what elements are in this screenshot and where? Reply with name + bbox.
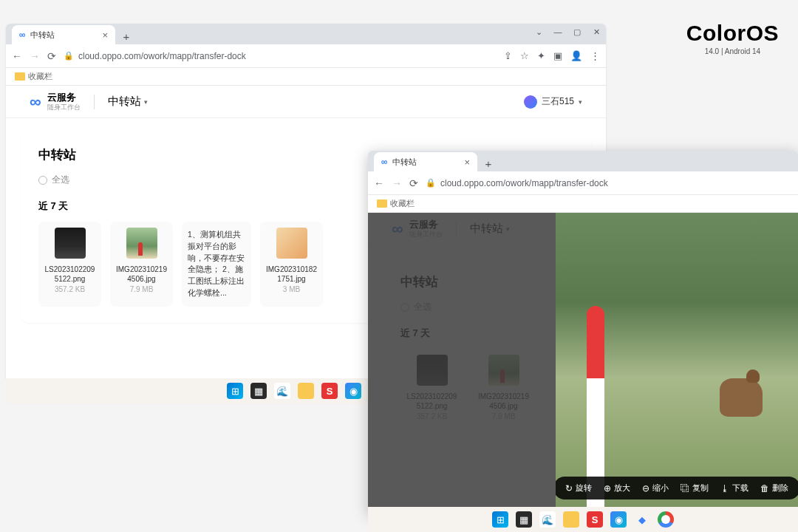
url-text: cloud.oppo.com/owork/mapp/transfer-dock [78, 51, 246, 61]
bookmark-folder[interactable]: 收藏栏 [390, 198, 415, 209]
bookmark-bar: 收藏栏 [368, 195, 798, 213]
taskbar: ⊞ ▦ 🌊 S ◉ ◆ [368, 507, 798, 532]
copy-icon: ⿻ [681, 483, 689, 494]
address-bar: ← → ⟳ 🔒 cloud.oppo.com/owork/mapp/transf… [368, 171, 798, 195]
address-bar: ← → ⟳ 🔒 cloud.oppo.com/owork/mapp/transf… [6, 44, 606, 68]
user-menu[interactable]: 三石515 ▾ [524, 95, 582, 109]
file-explorer-icon[interactable] [563, 511, 579, 528]
delete-button[interactable]: 🗑删除 [760, 482, 788, 494]
window-controls: ⌄ — ▢ ✕ [533, 27, 601, 37]
zoom-out-button[interactable]: ⊖缩小 [642, 482, 669, 494]
download-button[interactable]: ⭳下载 [720, 482, 748, 494]
brand-name: ColorOS [686, 21, 779, 46]
infinity-icon: ∞ [30, 92, 41, 112]
forward-icon[interactable]: → [392, 177, 402, 189]
service-logo[interactable]: ∞ 云服务 随身工作台 [30, 91, 81, 112]
avatar [524, 95, 537, 109]
tab-bar: ∞ 中转站 × + ⌄ — ▢ ✕ [6, 24, 606, 44]
file-item[interactable]: IMG2023102194506.jpg 7.9 MB [110, 222, 173, 307]
zoom-out-icon: ⊖ [642, 483, 649, 494]
os-brand: ColorOS 14.0 | Android 14 [686, 21, 779, 55]
tab-favicon-icon: ∞ [19, 30, 26, 40]
tab-close-icon[interactable]: × [102, 30, 108, 41]
file-name: IMG2023101821751.jpg [265, 265, 318, 284]
share-icon[interactable]: ⇪ [504, 50, 512, 61]
app-icon[interactable]: ▦ [516, 511, 532, 528]
url-text: cloud.oppo.com/owork/mapp/transfer-dock [440, 178, 608, 188]
thumbnail [55, 228, 86, 259]
app-icon[interactable]: S [321, 383, 338, 399]
browser-tab[interactable]: ∞ 中转站 × [374, 152, 477, 171]
panel-icon[interactable]: ▣ [553, 50, 562, 61]
copy-button[interactable]: ⿻复制 [681, 482, 709, 494]
caret-down-icon: ▾ [144, 98, 148, 106]
tab-title: 中转站 [30, 30, 55, 41]
rotate-icon: ↻ [565, 483, 573, 494]
new-tab-button[interactable]: + [118, 28, 134, 44]
preview-image-subject [720, 378, 763, 417]
close-window-icon[interactable]: ✕ [591, 27, 601, 37]
app-icon[interactable]: ◉ [345, 383, 361, 399]
note-text: 1、测算机组共振对平台的影响，不要存在安全隐患； 2、施工图纸上标注出化学螺栓.… [186, 228, 247, 301]
rotate-button[interactable]: ↻旋转 [565, 482, 592, 494]
app-icon[interactable]: 🌊 [274, 383, 290, 399]
file-explorer-icon[interactable] [298, 383, 314, 399]
file-item[interactable]: LS20231022095122.png 357.2 KB [38, 222, 101, 307]
file-size: 3 MB [283, 285, 300, 293]
select-all-label: 全选 [52, 174, 69, 186]
brand-subtitle: 14.0 | Android 14 [686, 47, 779, 55]
menu-icon[interactable]: ⋮ [590, 50, 600, 61]
tab-bar: ∞ 中转站 × + [368, 151, 798, 171]
note-item[interactable]: 1、测算机组共振对平台的影响，不要存在安全隐患； 2、施工图纸上标注出化学螺栓.… [182, 222, 251, 307]
chevron-down-icon[interactable]: ⌄ [533, 27, 544, 37]
preview-browser-window: ∞ 中转站 × + ← → ⟳ 🔒 cloud.oppo.com/owork/m… [368, 151, 798, 513]
app-icon[interactable]: S [587, 511, 603, 528]
star-icon[interactable]: ☆ [520, 50, 529, 61]
app-icon[interactable]: ▦ [250, 383, 267, 399]
lock-icon: 🔒 [64, 51, 74, 61]
back-icon[interactable]: ← [374, 177, 384, 189]
url-field[interactable]: 🔒 cloud.oppo.com/owork/mapp/transfer-doc… [426, 178, 792, 188]
url-field[interactable]: 🔒 cloud.oppo.com/owork/mapp/transfer-doc… [64, 51, 497, 61]
bookmark-folder[interactable]: 收藏栏 [28, 71, 52, 82]
radio-icon [38, 176, 47, 185]
zoom-in-button[interactable]: ⊕放大 [604, 482, 630, 494]
page-header: ∞ 云服务 随身工作台 中转站 ▾ 三石515 ▾ [6, 86, 606, 118]
file-size: 7.9 MB [130, 285, 154, 293]
page-title-dropdown[interactable]: 中转站 ▾ [108, 95, 148, 109]
file-item[interactable]: IMG2023101821751.jpg 3 MB [260, 222, 323, 307]
forward-icon[interactable]: → [30, 50, 40, 62]
folder-icon [377, 200, 387, 208]
reload-icon[interactable]: ⟳ [409, 177, 418, 189]
file-name: LS20231022095122.png [43, 265, 97, 284]
file-name: IMG2023102194506.jpg [115, 265, 168, 284]
profile-icon[interactable]: 👤 [570, 50, 582, 61]
reload-icon[interactable]: ⟳ [47, 50, 56, 62]
file-size: 357.2 KB [55, 285, 85, 293]
preview-toolbar: ↻旋转 ⊕放大 ⊖缩小 ⿻复制 ⭳下载 🗑删除 [556, 477, 798, 499]
browser-tab[interactable]: ∞ 中转站 × [12, 25, 115, 44]
caret-down-icon: ▾ [579, 98, 582, 106]
bookmark-bar: 收藏栏 [6, 68, 606, 86]
content-area: ∞ 云服务 随身工作台 中转站 ▾ 中转站 全选 近 7 天 [368, 213, 798, 513]
app-icon[interactable]: 🌊 [539, 511, 556, 528]
start-icon[interactable]: ⊞ [227, 383, 243, 399]
download-icon: ⭳ [720, 483, 729, 494]
thumbnail [276, 228, 307, 259]
start-icon[interactable]: ⊞ [492, 511, 508, 528]
lock-icon: 🔒 [426, 178, 436, 188]
extensions-icon[interactable]: ✦ [537, 50, 545, 61]
tab-favicon-icon: ∞ [381, 157, 388, 167]
page-title: 中转站 [108, 95, 141, 109]
tab-close-icon[interactable]: × [464, 157, 470, 168]
trash-icon: 🗑 [760, 483, 769, 494]
app-icon[interactable]: ◆ [634, 511, 650, 528]
chrome-icon[interactable] [658, 511, 674, 528]
app-icon[interactable]: ◉ [610, 511, 627, 528]
preview-image[interactable] [556, 213, 798, 513]
back-icon[interactable]: ← [12, 50, 22, 62]
new-tab-button[interactable]: + [480, 155, 497, 171]
image-preview-pane: ↻旋转 ⊕放大 ⊖缩小 ⿻复制 ⭳下载 🗑删除 [556, 213, 798, 513]
minimize-icon[interactable]: — [553, 27, 563, 37]
maximize-icon[interactable]: ▢ [572, 27, 582, 37]
